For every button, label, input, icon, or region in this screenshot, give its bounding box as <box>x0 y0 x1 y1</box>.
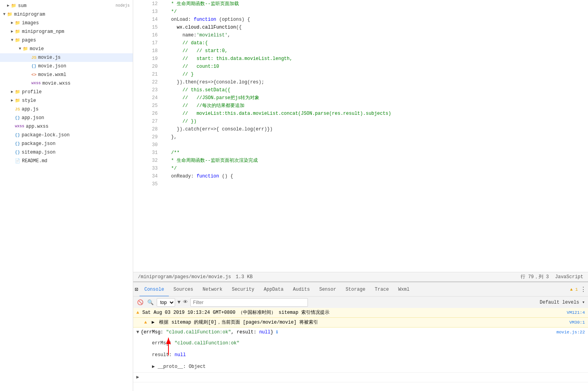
sidebar-label-readme-md: README.md <box>22 157 47 165</box>
console-row-sitemap-title: ▲ Sat Aug 03 2019 10:13:24 GMT+0800 （中国标… <box>133 308 588 318</box>
tab-wxml[interactable]: Wxml <box>394 282 414 297</box>
tab-sources[interactable]: Sources <box>169 282 198 297</box>
md-file-icon: 📄 <box>15 157 20 165</box>
eye-icon[interactable]: 👁 <box>183 299 188 305</box>
tab-appdata[interactable]: AppData <box>259 282 288 297</box>
code-line: 21 // } <box>133 71 588 78</box>
arrow-icon: ▶ <box>9 28 15 35</box>
folder-icon: 📁 <box>15 97 20 104</box>
tab-security[interactable]: Security <box>227 282 259 297</box>
tab-console[interactable]: Console <box>139 282 168 297</box>
line-content: name:'movielist', <box>162 31 588 39</box>
arrow-icon: ▼ <box>17 45 23 52</box>
devtools-toggle-icon[interactable]: ⊡ <box>135 286 138 293</box>
code-line: 27 // }) <box>133 118 588 125</box>
code-line: 32 * 生命周期函数--监听页面初次渲染完成 <box>133 157 588 165</box>
expand-arrow-object[interactable]: ▼ <box>136 329 139 336</box>
sidebar-item-pages[interactable]: ▼ 📁 pages <box>0 36 133 45</box>
code-line: 26 // movieList:this.data.movieList.conc… <box>133 110 588 118</box>
sidebar-item-app-json[interactable]: ▶ {} app.json <box>0 114 133 122</box>
context-selector[interactable]: top <box>157 298 175 307</box>
line-number: 23 <box>133 86 162 94</box>
console-nested-result: result: null <box>136 351 189 359</box>
line-content: }).then(res=>{console.log(res); <box>162 78 588 86</box>
sidebar-item-sitemap-json[interactable]: ▶ {} sitemap.json <box>0 148 133 157</box>
sidebar-label-movie-wxss: movie.wxss <box>42 80 71 87</box>
line-number: 33 <box>133 165 162 172</box>
console-nested-errmsg: errMsg: "cloud.callFunction:ok" <box>136 339 242 348</box>
filter-icon-button[interactable]: 🔍 <box>147 299 154 306</box>
line-number: 34 <box>133 172 162 180</box>
sidebar-item-profile[interactable]: ▶ 📁 profile <box>0 88 133 96</box>
sidebar-item-app-js[interactable]: ▶ JS app.js <box>0 105 133 114</box>
sidebar-item-app-wxss[interactable]: ▶ wxss app.wxss <box>0 122 133 131</box>
line-content: }).catch(err=>{ console.log(err)}) <box>162 125 588 133</box>
json-file-icon: {} <box>15 149 20 156</box>
status-bar: /miniprogram/pages/movie/movie.js 1.3 KB… <box>133 272 588 281</box>
sidebar-item-sum[interactable]: ▶ 📁 sum nodejs <box>0 2 133 10</box>
line-number: 31 <box>133 149 162 157</box>
line-number: 25 <box>133 102 162 110</box>
expand-icon[interactable]: ▶ <box>136 374 139 381</box>
sidebar-item-movie-json[interactable]: ▶ {} movie.json <box>0 62 133 71</box>
tab-audits[interactable]: Audits <box>288 282 315 297</box>
tab-storage[interactable]: Storage <box>341 282 370 297</box>
clear-console-button[interactable]: 🚫 <box>136 299 144 306</box>
sidebar-label-miniprogram-npm: miniprogram_npm <box>22 28 64 35</box>
line-number: 32 <box>133 157 162 165</box>
line-content: * 生命周期函数--监听页面初次渲染完成 <box>162 157 588 165</box>
sidebar-label-movie-js: movie.js <box>38 54 61 61</box>
line-number: 20 <box>133 63 162 71</box>
filter-input[interactable] <box>190 298 308 307</box>
line-content <box>162 141 588 149</box>
tab-trace[interactable]: Trace <box>370 282 394 297</box>
sidebar-item-movie-js[interactable]: ▶ JS movie.js <box>0 53 133 62</box>
code-line: 20 // count:10 <box>133 63 588 71</box>
sidebar-label-profile: profile <box>22 89 42 96</box>
code-table: 12 * 生命周期函数--监听页面加载13 */14 onLoad: funct… <box>133 0 588 188</box>
tab-sensor[interactable]: Sensor <box>315 282 341 297</box>
line-content: // }) <box>162 118 588 125</box>
folder-icon: 📁 <box>11 2 16 9</box>
devtools-tab-bar: ⊡ Console Sources Network Security AppDa… <box>133 282 588 296</box>
expand-arrow-proto[interactable]: ▶ <box>152 364 155 369</box>
line-content: // // start:0, <box>162 47 588 55</box>
code-line: 31 /** <box>133 149 588 157</box>
js-file-icon: JS <box>15 106 20 113</box>
sidebar-item-package-lock-json[interactable]: ▶ {} package-lock.json <box>0 131 133 139</box>
console-row-object: ▼ {errMsg: "cloud.callFunction:ok", resu… <box>133 328 588 373</box>
tab-network[interactable]: Network <box>198 282 227 297</box>
sidebar-item-miniprogram-npm[interactable]: ▶ 📁 miniprogram_npm <box>0 27 133 36</box>
sidebar-item-style[interactable]: ▶ 📁 style <box>0 96 133 105</box>
sidebar-label-images: images <box>22 20 39 27</box>
line-content: onLoad: function (options) { <box>162 16 588 24</box>
warning-icon: ▲ <box>144 319 147 326</box>
sidebar-label-movie-folder: movie <box>30 45 44 52</box>
arrow-icon: ▶ <box>9 97 15 104</box>
default-levels-button[interactable]: Default levels ▾ <box>540 299 585 305</box>
line-content: // start: this.data.movieList.length, <box>162 55 588 63</box>
sidebar-item-package-json[interactable]: ▶ {} package.json <box>0 139 133 148</box>
code-editor[interactable]: 12 * 生命周期函数--监听页面加载13 */14 onLoad: funct… <box>133 0 588 272</box>
warning-badge: ▲ 1 <box>570 287 578 292</box>
source-ref-vm30[interactable]: VM30:1 <box>569 319 585 326</box>
sidebar-item-images[interactable]: ▶ 📁 images <box>0 19 133 27</box>
sidebar-item-readme-md[interactable]: ▶ 📄 README.md <box>0 157 133 165</box>
sidebar-label-app-js: app.js <box>22 106 38 113</box>
code-line: 18 // // start:0, <box>133 47 588 55</box>
source-ref-vm121[interactable]: VM121:4 <box>567 309 585 316</box>
sidebar-label-style: style <box>22 97 36 104</box>
folder-icon: 📁 <box>15 20 20 27</box>
nodejs-badge: nodejs <box>116 2 130 9</box>
chevron-down-icon[interactable]: ▼ <box>177 299 181 305</box>
console-row-expand: ▶ <box>133 373 588 382</box>
line-number: 18 <box>133 47 162 55</box>
more-options-icon[interactable]: ⋮ <box>580 286 586 293</box>
sidebar-item-miniprogram[interactable]: ▼ 📁 miniprogram <box>0 10 133 19</box>
sidebar-item-movie-wxss[interactable]: ▶ wxss movie.wxss <box>0 79 133 88</box>
sidebar-item-movie-wxml[interactable]: ▶ <> movie.wxml <box>0 71 133 79</box>
line-number: 24 <box>133 94 162 102</box>
source-ref-movie-js[interactable]: movie.js:22 <box>556 329 585 336</box>
expand-arrow[interactable]: ▶ <box>152 319 154 326</box>
sidebar-item-movie-folder[interactable]: ▼ 📁 movie <box>0 45 133 53</box>
